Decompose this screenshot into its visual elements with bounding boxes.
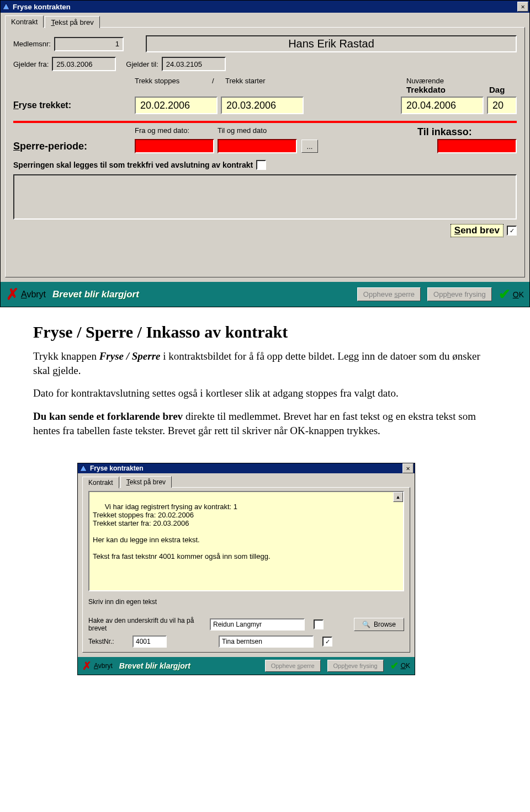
dialog-footer: ✗ Avbryt Brevet blir klargjort Oppheve s… <box>78 657 415 675</box>
footer-status: Brevet blir klargjort <box>119 661 258 670</box>
dag-value: 20 <box>492 100 504 111</box>
p1a: Trykk knappen <box>33 350 99 362</box>
p3a: Du kan sende et forklarende brev <box>33 410 183 422</box>
tab-row: Kontrakt Tekst på brev <box>78 473 415 487</box>
gjelder-fra-value: 25.03.2006 <box>56 60 92 68</box>
x-icon: ✗ <box>6 285 19 303</box>
dag-label: Dag <box>489 85 517 94</box>
ok-label: OK <box>401 662 410 670</box>
tab-label-rest: ekst på brev <box>55 18 94 26</box>
gjelder-fra-label: Gjelder fra: <box>13 60 49 68</box>
check-icon: ✔ <box>499 286 511 303</box>
tab-tekst-pa-brev[interactable]: Tekst på brev <box>120 476 172 488</box>
signature-2-value: Tina berntsen <box>222 638 262 645</box>
send-brev-checkbox[interactable] <box>507 226 517 236</box>
send-brev-label: Send brev <box>451 224 504 237</box>
notes-area[interactable] <box>13 174 517 220</box>
avbryt-label: Avbryt <box>94 662 113 670</box>
oppheve-frysing-button[interactable]: Oppheve frysing <box>327 660 384 672</box>
tekstnr-label: TekstNr.: <box>88 638 127 645</box>
tab-kontrakt[interactable]: Kontrakt <box>5 15 44 28</box>
medlemsnr-field: 1 <box>54 37 124 51</box>
tab-label-rest: ekst på brev <box>130 478 166 486</box>
article-heading: Fryse / Sperre / Inkasso av kontrakt <box>33 323 497 341</box>
dag-field: 20 <box>487 97 517 114</box>
tab-panel-kontrakt: Medlemsnr: 1 Hans Erik Rastad Gjelder fr… <box>5 27 525 277</box>
freeze-contract-dialog-letter: Fryse kontrakten ✕ Kontrakt Tekst på bre… <box>77 463 415 675</box>
letter-textarea[interactable]: Vi har idag registrert frysing av kontra… <box>88 491 404 591</box>
trekk-stoppes-label: Trekk stoppes <box>135 77 212 94</box>
fra-og-med-label: Fra og med dato: <box>135 126 218 138</box>
tab-row: Kontrakt Tekst på brev <box>1 13 529 27</box>
trekkdato-label: Trekkdato <box>406 85 489 94</box>
svg-marker-1 <box>80 465 87 471</box>
fryse-trekket-label: ryse trekket: <box>19 100 71 110</box>
avbryt-button[interactable]: ✗ Avbryt <box>82 659 113 672</box>
dialog-title: Fryse kontrakten <box>13 3 517 11</box>
tab-panel-tekst: Vi har idag registrert frysing av kontra… <box>82 487 410 653</box>
sperringen-checkbox[interactable] <box>256 160 266 170</box>
hake-label: Hake av den underskrift du vil ha på bre… <box>88 617 204 632</box>
trekk-starter-value: 20.03.2006 <box>226 100 276 111</box>
oppheve-sperre-button[interactable]: Oppheve sperre <box>265 660 321 672</box>
sperringen-label: Sperringen skal legges til som trekkfri … <box>13 161 253 169</box>
app-icon <box>79 464 88 473</box>
browse-button[interactable]: 🔍 Browse <box>354 618 404 631</box>
footer-status: Brevet blir klargjort <box>52 289 351 300</box>
tab-kontrakt[interactable]: Kontrakt <box>82 477 119 488</box>
titlebar: Fryse kontrakten ✕ <box>78 463 415 473</box>
sperre-til-input[interactable] <box>218 139 297 153</box>
ok-label: OK <box>513 290 524 299</box>
til-inkasso-label: Til inkasso: <box>417 126 517 138</box>
letter-text: Vi har idag registrert frysing av kontra… <box>93 503 271 560</box>
gjelder-fra-field: 25.03.2006 <box>52 57 116 71</box>
member-name: Hans Erik Rastad <box>288 38 374 50</box>
tab-tekst-pa-brev[interactable]: Tekst på brev <box>45 16 99 28</box>
trekk-starter-input[interactable]: 20.03.2006 <box>221 97 304 114</box>
dialog-title: Fryse kontrakten <box>90 464 402 472</box>
avbryt-button[interactable]: ✗ Avbryt <box>6 285 46 303</box>
signature-1-input[interactable]: Reidun Langmyr <box>210 618 305 631</box>
medlemsnr-value: 1 <box>115 40 119 48</box>
ellipsis-button[interactable]: ... <box>301 140 318 153</box>
signature-1-value: Reidun Langmyr <box>213 621 262 628</box>
check-icon: ✔ <box>390 660 399 672</box>
article-p3: Du kan sende et forklarende brev direkte… <box>33 409 497 437</box>
tab-label: Kontrakt <box>88 479 113 487</box>
tekstnr-input[interactable]: 4001 <box>132 635 167 648</box>
gjelder-til-value: 24.03.2105 <box>166 60 202 68</box>
tab-label: Kontrakt <box>11 18 38 26</box>
article-body: Fryse / Sperre / Inkasso av kontrakt Try… <box>0 307 530 463</box>
tekstnr-value: 4001 <box>136 638 151 645</box>
article-p2: Dato for kontraktavslutning settes også … <box>33 386 497 400</box>
titlebar: Fryse kontrakten ✕ <box>1 1 529 13</box>
signature-2-input[interactable]: Tina berntsen <box>219 635 314 648</box>
trekk-stoppes-input[interactable]: 20.02.2006 <box>135 97 218 114</box>
red-divider <box>13 121 517 123</box>
nuvaerende-label: Nuværende <box>406 77 489 85</box>
signature-1-checkbox[interactable] <box>314 619 324 629</box>
medlemsnr-label: Medlemsnr: <box>13 40 51 48</box>
close-button[interactable]: ✕ <box>402 463 414 473</box>
trekkdato-value: 20.04.2006 <box>406 100 456 111</box>
freeze-contract-dialog: Fryse kontrakten ✕ Kontrakt Tekst på bre… <box>0 0 530 307</box>
ok-button[interactable]: ✔ OK <box>499 286 524 303</box>
close-button[interactable]: ✕ <box>517 2 528 12</box>
ok-button[interactable]: ✔ OK <box>390 660 410 672</box>
trekk-starter-label: Trekk starter <box>225 77 308 94</box>
oppheve-sperre-button[interactable]: Oppheve sperre <box>357 287 421 301</box>
trekkdato-field: 20.04.2006 <box>401 97 484 114</box>
slash-label: / <box>212 77 225 94</box>
member-name-field: Hans Erik Rastad <box>146 35 517 52</box>
oppheve-frysing-button[interactable]: Oppheve frysing <box>427 287 492 301</box>
scroll-up-button[interactable]: ▲ <box>393 492 403 502</box>
sperre-fra-input[interactable] <box>135 139 214 153</box>
trekk-stoppes-value: 20.02.2006 <box>140 100 190 111</box>
avbryt-label: Avbryt <box>21 290 46 300</box>
x-icon: ✗ <box>82 659 92 672</box>
signature-2-checkbox[interactable] <box>322 637 332 647</box>
til-inkasso-input[interactable] <box>437 139 517 153</box>
sperre-periode-label: perre-periode: <box>20 141 87 152</box>
app-icon <box>2 2 10 11</box>
gjelder-til-field: 24.03.2105 <box>162 57 226 71</box>
